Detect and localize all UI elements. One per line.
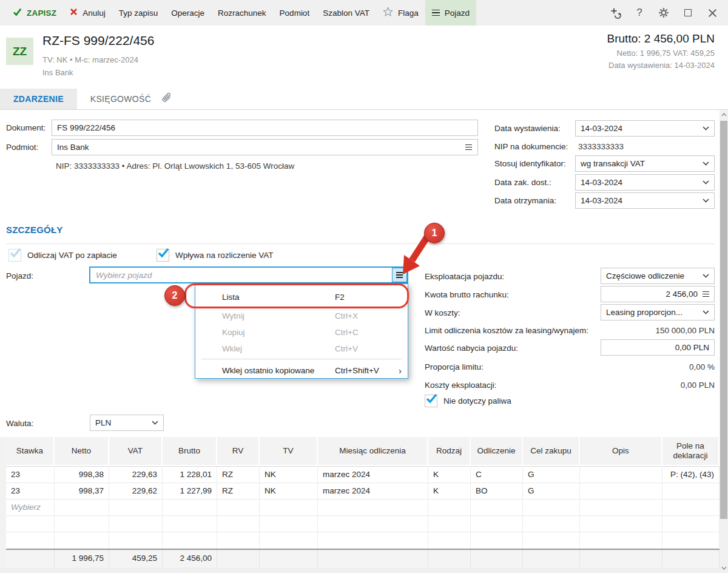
table-cell[interactable]: K (428, 467, 471, 483)
gross-amount-input[interactable]: 2 456,00 (601, 286, 715, 302)
save-button[interactable]: ZAPISZ (6, 0, 63, 25)
table-cell[interactable]: 998,38 (55, 467, 109, 483)
table-cell[interactable] (6, 516, 55, 532)
table-cell[interactable] (217, 532, 260, 549)
table-cell[interactable]: G (523, 467, 580, 483)
affects-vat-checkbox[interactable] (157, 249, 169, 262)
tab-zdarzenie[interactable]: ZDARZENIE (0, 89, 77, 109)
add-window-icon[interactable] (603, 0, 627, 25)
table-cell[interactable] (523, 500, 580, 516)
table-cell[interactable] (55, 500, 109, 516)
tab-ksiegowosc[interactable]: KSIĘGOWOŚĆ (77, 89, 186, 109)
table-cell[interactable] (523, 532, 580, 549)
vertical-scrollbar[interactable] (720, 110, 728, 573)
table-cell[interactable] (318, 500, 428, 516)
scroll-up-icon[interactable] (720, 110, 728, 120)
currency-dropdown[interactable]: PLN (90, 415, 164, 431)
table-cell[interactable] (163, 500, 217, 516)
table-cell[interactable] (217, 500, 260, 516)
table-cell[interactable]: 1 227,99 (163, 483, 217, 500)
maximize-icon[interactable] (676, 0, 700, 25)
table-cell[interactable]: K (428, 483, 471, 500)
table-cell[interactable]: 1 228,01 (163, 467, 217, 483)
table-cell[interactable] (163, 516, 217, 532)
table-cell[interactable] (217, 516, 260, 532)
table-cell[interactable] (662, 500, 720, 516)
table-cell[interactable] (428, 516, 471, 532)
table-cell[interactable] (580, 516, 662, 532)
identifier-dropdown[interactable]: wg transakcji VAT (575, 155, 715, 172)
dokument-field[interactable] (52, 120, 478, 136)
table-cell[interactable] (55, 532, 109, 549)
gear-icon[interactable] (652, 0, 676, 25)
table-cell[interactable] (260, 532, 318, 549)
table-cell[interactable] (6, 532, 55, 549)
table-cell[interactable]: 23 (6, 483, 55, 500)
flag-button[interactable]: Flaga (376, 0, 425, 25)
table-cell[interactable] (471, 500, 523, 516)
close-icon[interactable] (700, 0, 724, 25)
fuel-checkbox[interactable] (425, 395, 437, 407)
toolbar-item-podmiot[interactable]: Podmiot (273, 0, 317, 25)
cancel-button[interactable]: Anuluj (63, 0, 112, 25)
table-cell[interactable]: NK (260, 467, 318, 483)
table-cell[interactable] (662, 483, 720, 500)
menu-icon[interactable] (465, 147, 472, 147)
table-cell[interactable] (318, 516, 428, 532)
table-cell[interactable] (109, 516, 163, 532)
shortcut: Ctrl+Shift+V (335, 366, 393, 375)
table-cell[interactable]: 229,63 (109, 467, 163, 483)
table-cell[interactable] (260, 500, 318, 516)
table-cell[interactable]: 23 (6, 467, 55, 483)
table-cell[interactable]: marzec 2024 (318, 483, 428, 500)
toolbar-item-rozrachunek[interactable]: Rozrachunek (211, 0, 273, 25)
table-cell[interactable]: P: (42), (43) (662, 467, 720, 483)
table-cell[interactable]: RZ (217, 483, 260, 500)
purchase-value-input[interactable]: 0,00 PLN (601, 339, 715, 356)
toolbar-item-typ-zapisu[interactable]: Typ zapisu (112, 0, 165, 25)
table-cell[interactable]: 998,37 (55, 483, 109, 500)
table-cell[interactable] (428, 532, 471, 549)
podmiot-field[interactable] (52, 139, 478, 155)
scroll-down-icon[interactable] (720, 563, 728, 573)
table-cell[interactable] (662, 516, 720, 532)
menu-icon[interactable] (703, 294, 709, 294)
table-cell[interactable] (471, 516, 523, 532)
table-cell[interactable] (523, 516, 580, 532)
table-cell[interactable] (318, 532, 428, 549)
table-cell[interactable] (55, 516, 109, 532)
table-cell[interactable]: RZ (217, 467, 260, 483)
exploitation-dropdown[interactable]: Częściowe odliczenie (601, 268, 715, 284)
table-cell[interactable] (163, 532, 217, 549)
table-cell[interactable] (580, 467, 662, 483)
deduct-vat-checkbox[interactable] (8, 249, 21, 262)
vehicle-button[interactable]: Pojazd (425, 0, 476, 25)
table-cell[interactable] (471, 532, 523, 549)
toolbar-item-szablon-vat[interactable]: Szablon VAT (316, 0, 376, 25)
table-cell[interactable] (109, 532, 163, 549)
table-cell[interactable]: Wybierz (6, 500, 55, 516)
table-cell[interactable] (260, 516, 318, 532)
submenu-arrow-icon: › (393, 365, 402, 376)
table-cell[interactable] (428, 500, 471, 516)
receive-date-dropdown[interactable]: 14-03-2024 (575, 192, 715, 209)
scrollbar-thumb[interactable] (720, 121, 727, 519)
vehicle-input[interactable] (89, 266, 408, 283)
table-cell[interactable]: G (523, 483, 580, 500)
table-cell[interactable]: marzec 2024 (318, 467, 428, 483)
table-cell[interactable]: NK (260, 483, 318, 500)
delivery-date-dropdown[interactable]: 14-03-2024 (575, 174, 715, 191)
table-cell[interactable]: 229,62 (109, 483, 163, 500)
table-cell[interactable] (580, 483, 662, 500)
table-cell[interactable] (109, 500, 163, 516)
table-cell[interactable]: BO (471, 483, 523, 500)
table-cell[interactable] (580, 500, 662, 516)
issue-date-dropdown[interactable]: 14-03-2024 (575, 120, 715, 137)
costs-dropdown[interactable]: Leasing proporcjon... (601, 304, 715, 320)
table-cell[interactable] (580, 532, 662, 549)
toolbar-item-operacje[interactable]: Operacje (164, 0, 211, 25)
table-cell[interactable] (662, 532, 720, 549)
help-icon[interactable]: ? (627, 0, 652, 25)
table-cell[interactable]: C (471, 467, 523, 483)
menu-item-wklej-ostatnio[interactable]: Wklej ostatnio kopiowane Ctrl+Shift+V › (195, 361, 408, 379)
